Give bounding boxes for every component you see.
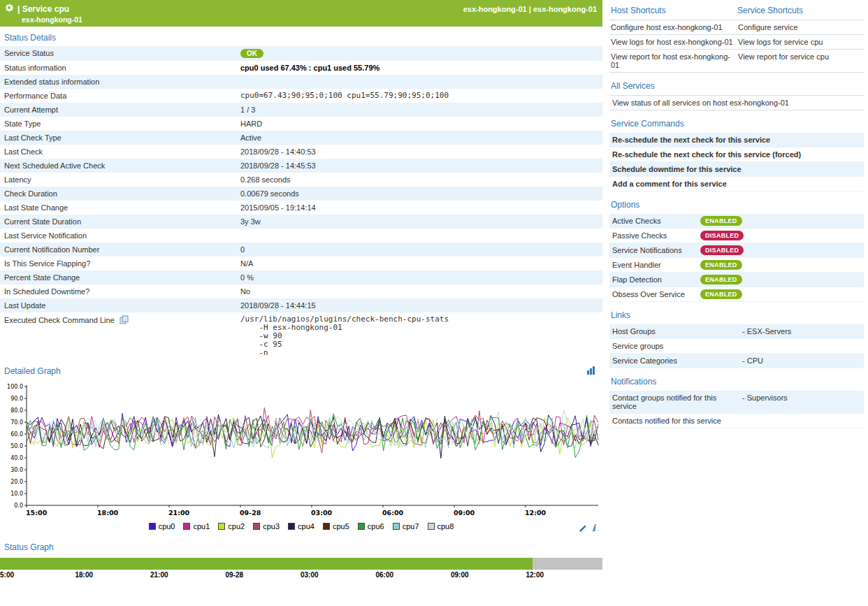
edit-graph-icon[interactable] (579, 524, 587, 533)
status-row: Check Duration0.00679 seconds (0, 187, 602, 201)
status-row-label: Service Status (0, 46, 236, 61)
info-icon[interactable]: i (592, 523, 595, 533)
legend-swatch (149, 523, 156, 530)
svg-text:50.0: 50.0 (10, 443, 23, 449)
link-label: Host Groups (612, 327, 742, 336)
status-row-label: Last Update (0, 298, 236, 312)
legend-item: cpu5 (323, 522, 349, 531)
service-commands-list: Re-schedule the next check for this serv… (609, 133, 864, 192)
option-row[interactable]: Flap DetectionENABLED (609, 273, 864, 287)
option-row[interactable]: Event HandlerENABLED (609, 258, 864, 273)
host-shortcut-link[interactable]: View logs for host esx-hongkong-01 (609, 35, 737, 49)
host-shortcut-link[interactable]: Configure host esx-hongkong-01 (609, 20, 737, 34)
svg-text:60.0: 60.0 (10, 431, 23, 438)
status-row-value: 0 (236, 243, 602, 257)
link-value[interactable]: - CPU (742, 356, 763, 365)
option-row[interactable]: Obsess Over ServiceENABLED (609, 287, 864, 302)
option-row[interactable]: Service NotificationsDISABLED (609, 243, 864, 258)
service-command-link[interactable]: Add a comment for this service (609, 177, 864, 192)
legend-swatch (428, 523, 435, 530)
status-details-table: Service StatusOKStatus informationcpu0 u… (0, 46, 602, 360)
notifications-heading: Notifications (611, 377, 864, 387)
option-label: Service Notifications (612, 246, 700, 254)
legend-label: cpu8 (437, 522, 454, 531)
status-row: Service StatusOK (0, 46, 602, 61)
key-value-row: Service Categories- CPU (609, 354, 864, 368)
shortcuts-table: Configure host esx-hongkong-01Configure … (609, 20, 864, 73)
link-value[interactable]: - ESX-Servers (742, 327, 791, 336)
status-row: Current State Duration3y 3w (0, 215, 602, 229)
status-row-value (236, 75, 602, 89)
svg-text:70.0: 70.0 (10, 419, 23, 426)
option-row[interactable]: Active ChecksENABLED (609, 214, 864, 229)
chart-legend: cpu0cpu1cpu2cpu3cpu4cpu5cpu6cpu7cpu8 (0, 522, 602, 531)
service-shortcut-link[interactable]: View report for service cpu (737, 50, 864, 72)
status-row: Percent State Change0 % (0, 270, 602, 284)
bar-chart-icon[interactable] (586, 366, 595, 375)
status-row-label: Executed Check Command Line (0, 312, 236, 360)
notification-value[interactable]: - Supervisors (742, 394, 788, 410)
status-row: In Scheduled Downtime?No (0, 284, 602, 298)
legend-swatch (323, 523, 330, 530)
legend-item: cpu3 (253, 522, 280, 531)
option-state-badge: ENABLED (700, 216, 742, 226)
status-row-value: cpu0 used 67.43% : cpu1 used 55.79% (236, 61, 602, 75)
status-row: Extended status information (0, 75, 602, 89)
service-shortcut-link[interactable]: Configure service (737, 20, 864, 34)
status-row-value: 2015/09/05 - 19:14:14 (236, 201, 602, 215)
status-row: Last Check2018/09/28 - 14:40:53 (0, 145, 602, 159)
status-graph-tick-label: 12:00 (526, 571, 544, 579)
svg-text:20.0: 20.0 (10, 479, 23, 485)
legend-item: cpu8 (428, 522, 454, 531)
link-label: Service groups (612, 342, 742, 350)
service-command-link[interactable]: Re-schedule the next check for this serv… (609, 133, 864, 147)
host-subtitle[interactable]: esx-hongkong-01 (22, 15, 82, 24)
status-row-label: Performance Data (0, 89, 236, 103)
legend-item: cpu4 (288, 522, 314, 531)
svg-text:0.0: 0.0 (14, 503, 23, 509)
option-label: Flap Detection (612, 275, 700, 284)
detailed-graph-heading: Detailed Graph (0, 360, 61, 380)
service-command-link[interactable]: Schedule downtime for this service (609, 162, 864, 177)
svg-text:18:00: 18:00 (97, 509, 119, 517)
all-services-heading: All Services (611, 81, 864, 91)
status-row-label: State Type (0, 117, 236, 131)
status-row: Next Scheduled Active Check2018/09/28 - … (0, 159, 602, 173)
service-command-link[interactable]: Re-schedule the next check for this serv… (609, 147, 864, 162)
host-breadcrumb[interactable]: esx-hongkong-01 | esx-hongkong-01 (463, 5, 597, 13)
option-row[interactable]: Passive ChecksDISABLED (609, 229, 864, 243)
status-row: Last Update2018/09/28 - 14:44:15 (0, 298, 602, 312)
copy-command-icon[interactable] (120, 315, 129, 324)
status-row-value: 1 / 3 (236, 103, 602, 117)
status-row: Executed Check Command Line /usr/lib/nag… (0, 312, 602, 360)
all-services-link[interactable]: View status of all services on host esx-… (609, 95, 864, 110)
legend-item: cpu1 (183, 522, 210, 531)
legend-label: cpu5 (333, 522, 349, 531)
status-row-label: Current Attempt (0, 103, 236, 117)
status-row-value (236, 229, 602, 243)
status-row-label: Next Scheduled Active Check (0, 159, 236, 173)
host-shortcut-link[interactable]: View report for host esx-hongkong-01 (609, 50, 737, 72)
svg-text:30.0: 30.0 (10, 467, 23, 473)
option-state-badge: DISABLED (700, 245, 744, 255)
legend-item: cpu2 (218, 522, 245, 531)
svg-text:09:00: 09:00 (454, 509, 475, 517)
option-label: Passive Checks (612, 231, 700, 240)
status-graph-ok-segment (0, 558, 533, 570)
status-row: Is This Service Flapping?N/A (0, 257, 602, 270)
host-shortcuts-heading: Host Shortcuts (611, 6, 737, 15)
links-list: Host Groups- ESX-ServersService groupsSe… (609, 324, 864, 368)
status-row: Last State Change2015/09/05 - 19:14:14 (0, 201, 602, 215)
status-row-value: No (236, 284, 602, 298)
status-row: State TypeHARD (0, 117, 602, 131)
shortcut-row: View report for host esx-hongkong-01View… (609, 50, 864, 73)
status-row-value: 0.00679 seconds (236, 187, 602, 201)
gear-icon[interactable] (3, 2, 15, 13)
status-graph-axis: 5:0018:0021:0009-2803:0006:0009:0012:00 (0, 570, 602, 580)
service-shortcuts-heading: Service Shortcuts (737, 6, 864, 15)
link-label: Service Categories (612, 356, 742, 365)
option-state-badge: ENABLED (700, 260, 742, 270)
status-row: Last Check TypeActive (0, 131, 602, 145)
service-shortcut-link[interactable]: View logs for service cpu (737, 35, 864, 49)
legend-swatch (253, 523, 260, 530)
